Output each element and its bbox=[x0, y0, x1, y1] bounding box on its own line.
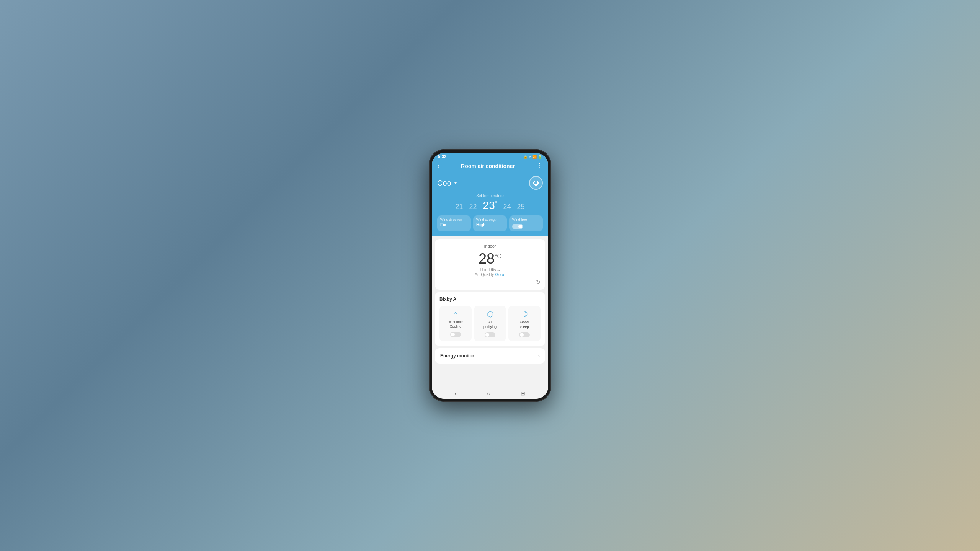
bixby-good-sleep-card[interactable]: ☽ GoodSleep bbox=[508, 306, 541, 341]
wind-direction-card[interactable]: Wind direction Fix bbox=[437, 215, 471, 231]
indoor-temp-unit: °C bbox=[495, 253, 501, 259]
wind-free-label: Wind free bbox=[512, 218, 527, 222]
back-button[interactable]: ‹ bbox=[437, 162, 439, 170]
power-icon: ⏻ bbox=[533, 179, 539, 186]
bixby-title: Bixby AI bbox=[439, 297, 541, 302]
status-right-icons: 🔒 ✳ 📶 🔋 bbox=[523, 155, 542, 159]
wind-free-toggle-knob bbox=[518, 225, 522, 228]
phone-frame: 5:32 🔒 ✳ 📶 🔋 ‹ Room air conditioner ⋮ Co… bbox=[429, 149, 551, 402]
good-sleep-toggle-knob bbox=[520, 333, 524, 337]
wind-strength-card[interactable]: Wind strength High bbox=[473, 215, 507, 231]
energy-monitor-label: Energy monitor bbox=[440, 353, 474, 359]
welcome-cooling-label: WelcomeCooling bbox=[448, 320, 462, 329]
wind-free-toggle[interactable] bbox=[512, 224, 523, 229]
wind-direction-label: Wind direction bbox=[440, 218, 468, 222]
ai-purifying-toggle[interactable] bbox=[485, 332, 495, 337]
good-sleep-toggle[interactable] bbox=[519, 332, 530, 337]
mode-label: Cool bbox=[437, 179, 453, 187]
wind-controls: Wind direction Fix Wind strength High Wi… bbox=[437, 215, 543, 231]
indoor-temperature: 28°C bbox=[439, 251, 541, 266]
status-time: 5:32 bbox=[438, 155, 446, 159]
status-bar: 5:32 🔒 ✳ 📶 🔋 bbox=[432, 153, 548, 160]
scroll-content: Indoor 28°C Humidity -- Air Quality Good… bbox=[432, 236, 548, 387]
good-sleep-icon: ☽ bbox=[521, 310, 528, 319]
refresh-icon[interactable]: ↻ bbox=[536, 279, 541, 285]
nav-bar: ‹ ○ ⊟ bbox=[432, 387, 548, 399]
ai-purifying-toggle-knob bbox=[485, 333, 489, 337]
temperature-row: 21 22 23° 24 25 bbox=[437, 199, 543, 212]
temp-22[interactable]: 22 bbox=[469, 203, 477, 211]
bixby-section: Bixby AI ⌂ WelcomeCooling ⬡ AIpurifying bbox=[435, 292, 545, 346]
ai-purifying-label: AIpurifying bbox=[483, 320, 497, 329]
mode-selector[interactable]: Cool ▾ bbox=[437, 179, 457, 187]
mode-row: Cool ▾ ⏻ bbox=[437, 176, 543, 190]
indoor-air-quality: Air Quality Good bbox=[439, 272, 541, 277]
welcome-cooling-toggle[interactable] bbox=[450, 332, 461, 337]
indoor-humidity: Humidity -- bbox=[439, 267, 541, 272]
power-button[interactable]: ⏻ bbox=[529, 176, 543, 190]
air-quality-label: Air Quality bbox=[475, 272, 494, 277]
welcome-cooling-toggle-knob bbox=[451, 333, 455, 336]
page-title: Room air conditioner bbox=[461, 163, 515, 169]
energy-arrow-icon: › bbox=[538, 353, 540, 359]
nav-home-icon[interactable]: ○ bbox=[487, 390, 490, 396]
bixby-welcome-cooling-card[interactable]: ⌂ WelcomeCooling bbox=[439, 306, 472, 341]
nav-back-icon[interactable]: ‹ bbox=[455, 390, 457, 396]
wind-strength-value: High bbox=[476, 222, 504, 227]
temp-23-active[interactable]: 23° bbox=[483, 199, 497, 212]
temp-25[interactable]: 25 bbox=[517, 203, 524, 211]
menu-button[interactable]: ⋮ bbox=[536, 162, 543, 170]
indoor-section: Indoor 28°C Humidity -- Air Quality Good… bbox=[435, 239, 545, 290]
bixby-cards: ⌂ WelcomeCooling ⬡ AIpurifying bbox=[439, 306, 541, 341]
good-sleep-label: GoodSleep bbox=[520, 320, 529, 329]
bixby-ai-purifying-card[interactable]: ⬡ AIpurifying bbox=[474, 306, 506, 341]
nav-apps-icon[interactable]: ⊟ bbox=[521, 390, 525, 396]
energy-monitor-section[interactable]: Energy monitor › bbox=[435, 348, 545, 364]
wind-strength-label: Wind strength bbox=[476, 218, 504, 222]
wind-free-card[interactable]: Wind free bbox=[509, 215, 543, 231]
control-area: Cool ▾ ⏻ Set temperature 21 22 23° 24 25… bbox=[432, 173, 548, 236]
ai-purifying-icon: ⬡ bbox=[487, 310, 493, 319]
status-icons: 🔒 ✳ 📶 🔋 bbox=[523, 155, 542, 159]
indoor-title: Indoor bbox=[439, 244, 541, 248]
welcome-cooling-icon: ⌂ bbox=[453, 310, 458, 318]
indoor-refresh-row: ↻ bbox=[439, 279, 541, 285]
indoor-temp-value: 28 bbox=[479, 251, 495, 267]
wind-direction-value: Fix bbox=[440, 222, 468, 227]
mode-dropdown-icon: ▾ bbox=[454, 180, 457, 186]
app-header: ‹ Room air conditioner ⋮ bbox=[432, 160, 548, 173]
temp-21[interactable]: 21 bbox=[456, 203, 463, 211]
temp-24[interactable]: 24 bbox=[503, 203, 511, 211]
phone-screen: 5:32 🔒 ✳ 📶 🔋 ‹ Room air conditioner ⋮ Co… bbox=[432, 153, 548, 399]
set-temp-label: Set temperature bbox=[437, 194, 543, 198]
temp-degree: ° bbox=[495, 200, 497, 206]
air-quality-value: Good bbox=[495, 272, 505, 277]
